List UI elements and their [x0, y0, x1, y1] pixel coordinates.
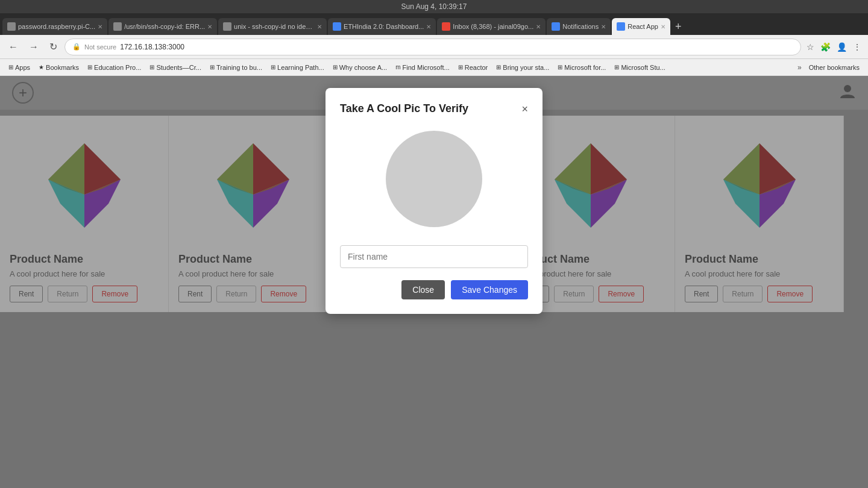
browser-tab-6[interactable]: Notifications ✕ — [547, 18, 611, 35]
save-changes-button[interactable]: Save Changes — [451, 280, 528, 299]
training-icon: ⊞ — [210, 64, 215, 70]
back-button[interactable]: ← — [5, 39, 22, 55]
bookmark-students-label: Students—Cr... — [156, 64, 201, 71]
tab-close-6[interactable]: ✕ — [601, 23, 606, 30]
tab-label-4: ETHIndia 2.0: Dashboard... — [344, 23, 424, 30]
browser-tab-3[interactable]: unix - ssh-copy-id no iden... ✕ — [218, 18, 327, 35]
tab-favicon-4 — [333, 22, 341, 31]
mstu-icon: ⊞ — [614, 64, 619, 70]
bookmark-why-label: Why choose A... — [339, 64, 387, 71]
browser-tab-4[interactable]: ETHIndia 2.0: Dashboard... ✕ — [328, 18, 436, 35]
bookmark-bookmarks[interactable]: ★ Bookmarks — [35, 63, 83, 72]
tab-favicon-2 — [113, 22, 122, 31]
tab-close-7[interactable]: ✕ — [661, 23, 665, 30]
bookmark-bookmarks-label: Bookmarks — [46, 64, 79, 71]
bookmark-education[interactable]: ⊞ Education Pro... — [84, 63, 145, 72]
tab-favicon-5 — [442, 22, 450, 31]
bookmark-why[interactable]: ⊞ Why choose A... — [329, 63, 391, 72]
apps-icon: ⊞ — [8, 64, 13, 70]
tab-favicon-1 — [7, 22, 16, 31]
first-name-input[interactable] — [340, 245, 528, 268]
not-secure-label: Not secure — [84, 43, 116, 51]
bookmark-training[interactable]: ⊞ Training to bu... — [206, 63, 266, 72]
students-icon: ⊞ — [149, 64, 154, 70]
modal-overlay: Take A Cool Pic To Verify × Close Save C… — [0, 76, 868, 488]
modal-avatar-circle — [386, 131, 482, 227]
tab-close-5[interactable]: ✕ — [536, 23, 541, 30]
browser-tab-5[interactable]: Inbox (8,368) - jainal09go... ✕ — [437, 18, 546, 35]
msft-icon: ⊞ — [558, 64, 562, 70]
profile-button[interactable]: 👤 — [835, 40, 849, 54]
bookmark-training-label: Training to bu... — [216, 64, 262, 71]
modal-dialog: Take A Cool Pic To Verify × Close Save C… — [326, 88, 542, 314]
forward-button[interactable]: → — [25, 39, 42, 55]
bookmark-apps[interactable]: ⊞ Apps — [5, 63, 34, 72]
bookmark-find[interactable]: m Find Microsoft... — [392, 63, 453, 72]
bookmark-reactor[interactable]: ⊞ Reactor — [454, 63, 492, 72]
tab-favicon-6 — [552, 22, 560, 31]
browser-tabbar: password.raspberry.pi-C... ✕ /usr/bin/ss… — [0, 13, 868, 35]
tab-favicon-3 — [223, 22, 231, 31]
toolbar-icons: ☆ 🧩 👤 ⋮ — [805, 40, 863, 54]
modal-header: Take A Cool Pic To Verify × — [340, 102, 528, 115]
education-icon: ⊞ — [87, 64, 92, 70]
learning-icon: ⊞ — [271, 64, 275, 70]
bookmark-bring-label: Bring your sta... — [503, 64, 549, 71]
bookmark-msft[interactable]: ⊞ Microsoft for... — [554, 63, 609, 72]
bookmark-learning-label: Learning Path... — [277, 64, 324, 71]
bookmark-reactor-label: Reactor — [465, 64, 488, 71]
tab-label-1: password.raspberry.pi-C... — [18, 23, 95, 30]
modal-title: Take A Cool Pic To Verify — [340, 102, 468, 115]
tab-close-3[interactable]: ✕ — [317, 23, 322, 30]
bookmark-apps-label: Apps — [15, 64, 30, 71]
tab-close-4[interactable]: ✕ — [426, 23, 431, 30]
why-icon: ⊞ — [333, 64, 338, 70]
find-icon: m — [395, 64, 400, 70]
browser-toolbar: ← → ↻ 🔒 Not secure 172.16.18.138:3000 ☆ … — [0, 35, 868, 59]
tab-label-7: React App — [627, 23, 658, 30]
browser-tab-2[interactable]: /usr/bin/ssh-copy-id: ERR... ✕ — [108, 18, 217, 35]
address-bar[interactable]: 🔒 Not secure 172.16.18.138:3000 — [64, 39, 801, 55]
bookmark-learning[interactable]: ⊞ Learning Path... — [267, 63, 328, 72]
bookmark-other-label: Other bookmarks — [809, 64, 860, 71]
reactor-icon: ⊞ — [458, 64, 463, 70]
tab-close-1[interactable]: ✕ — [98, 23, 102, 30]
close-modal-button[interactable]: Close — [401, 280, 445, 299]
star-icon: ★ — [39, 64, 44, 70]
extensions-button[interactable]: 🧩 — [819, 40, 832, 54]
bookmarks-bar: ⊞ Apps ★ Bookmarks ⊞ Education Pro... ⊞ … — [0, 59, 868, 76]
tab-favicon-7 — [617, 22, 625, 31]
bookmark-star-button[interactable]: ☆ — [805, 40, 816, 54]
browser-titlebar: Sun Aug 4, 10:39:17 — [0, 0, 868, 13]
tab-close-2[interactable]: ✕ — [207, 23, 212, 30]
bookmark-msft-label: Microsoft for... — [564, 64, 606, 71]
tab-label-5: Inbox (8,368) - jainal09go... — [453, 23, 533, 30]
bookmarks-overflow[interactable]: » — [795, 62, 804, 73]
bookmark-bring[interactable]: ⊞ Bring your sta... — [492, 63, 553, 72]
modal-avatar-area — [340, 125, 528, 233]
new-tab-button[interactable]: + — [671, 18, 685, 35]
bookmark-students[interactable]: ⊞ Students—Cr... — [146, 63, 205, 72]
tab-label-3: unix - ssh-copy-id no iden... — [234, 23, 315, 30]
bookmark-education-label: Education Pro... — [94, 64, 141, 71]
modal-footer: Close Save Changes — [340, 280, 528, 299]
bookmark-other[interactable]: Other bookmarks — [805, 63, 863, 72]
browser-tab-1[interactable]: password.raspberry.pi-C... ✕ — [2, 18, 107, 35]
bookmark-mstu-label: Microsoft Stu... — [621, 64, 665, 71]
bring-icon: ⊞ — [496, 64, 501, 70]
app-area: + TechMuses — [0, 76, 868, 488]
address-text: 172.16.18.138:3000 — [120, 43, 184, 51]
tab-label-2: /usr/bin/ssh-copy-id: ERR... — [124, 23, 205, 30]
tab-label-6: Notifications — [562, 23, 599, 30]
titlebar-datetime: Sun Aug 4, 10:39:17 — [401, 2, 467, 11]
security-icon: 🔒 — [72, 43, 81, 51]
reload-button[interactable]: ↻ — [46, 39, 61, 55]
bookmark-mstu[interactable]: ⊞ Microsoft Stu... — [611, 63, 668, 72]
bookmark-find-label: Find Microsoft... — [403, 64, 450, 71]
menu-button[interactable]: ⋮ — [851, 40, 863, 54]
modal-close-button[interactable]: × — [521, 104, 528, 114]
browser-tab-7[interactable]: React App ✕ — [612, 18, 670, 35]
